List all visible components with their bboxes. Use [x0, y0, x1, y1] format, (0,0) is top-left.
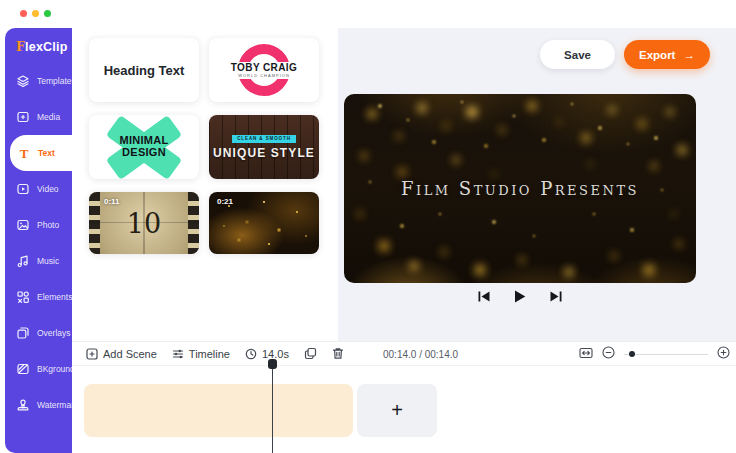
sidebar-item-elements[interactable]: Elements — [5, 279, 72, 315]
template-title: TOBY CRAIG — [209, 62, 319, 73]
elements-icon — [16, 290, 30, 304]
preview-panel: Save Export → Film Studio Presents — [338, 28, 736, 341]
zoom-in-button[interactable] — [717, 345, 730, 363]
clock-icon — [245, 348, 257, 360]
template-card-minimal-design[interactable]: MINIMAL DESIGN — [89, 115, 199, 179]
templates-layers-icon — [16, 74, 30, 88]
clip-duration-control[interactable]: 14.0s — [245, 348, 289, 360]
sidebar-item-label: Templates — [37, 76, 76, 86]
minimize-window-button[interactable] — [32, 10, 39, 17]
video-icon — [16, 182, 30, 196]
add-clip-button[interactable]: + — [357, 384, 437, 437]
template-badge: CLEAN & SMOOTH — [232, 135, 296, 143]
timeline-clip[interactable] — [84, 384, 353, 437]
sidebar-item-video[interactable]: Video — [5, 171, 72, 207]
play-button[interactable] — [514, 290, 526, 303]
fit-icon — [579, 347, 593, 359]
template-title: UNIQUE STYLE — [213, 146, 315, 160]
preview-caption-text[interactable]: Film Studio Presents — [401, 178, 639, 199]
playhead-handle[interactable] — [268, 359, 277, 369]
flexclip-logo: FlexClip — [5, 28, 72, 54]
text-templates-panel: Heading Text TOBY CRAIG WORLD CHAMPION M… — [72, 28, 338, 341]
logo-letter-f: F — [16, 39, 25, 54]
sidebar-item-label: Photo — [37, 220, 59, 230]
sidebar-item-label: Music — [37, 256, 59, 266]
template-subtitle: WORLD CHAMPION — [209, 73, 319, 78]
sidebar-item-label: Elements — [37, 292, 72, 302]
delete-button[interactable] — [332, 347, 344, 360]
overlays-icon — [16, 326, 30, 340]
logo-rest: lexClip — [25, 40, 67, 54]
zoom-out-button[interactable] — [602, 345, 615, 363]
sidebar: FlexClip Templates Media T Text — [5, 28, 72, 453]
close-window-button[interactable] — [20, 10, 27, 17]
watermark-icon — [16, 398, 30, 412]
play-icon — [514, 290, 526, 303]
minus-circle-icon — [602, 346, 615, 359]
time-display: 00:14.0 / 00:14.0 — [383, 342, 458, 366]
template-card-particles-video[interactable]: 0:21 — [209, 192, 319, 254]
sidebar-nav: Templates Media T Text Video — [5, 63, 72, 423]
skip-forward-button[interactable] — [550, 291, 562, 302]
template-title-line2: DESIGN — [119, 147, 168, 159]
template-card-unique-style[interactable]: CLEAN & SMOOTH UNIQUE STYLE — [209, 115, 319, 179]
skip-back-icon — [478, 291, 490, 302]
header-actions: Save Export → — [540, 40, 710, 69]
text-icon: T — [17, 146, 31, 160]
titlebar — [0, 0, 736, 25]
playhead[interactable] — [268, 359, 277, 453]
export-button[interactable]: Export → — [624, 40, 710, 69]
sidebar-item-photo[interactable]: Photo — [5, 207, 72, 243]
sidebar-item-label: Overlays — [37, 328, 71, 338]
countdown-number: 10 — [127, 210, 161, 237]
sidebar-item-label: Media — [37, 112, 60, 122]
sidebar-item-media[interactable]: Media — [5, 99, 72, 135]
sidebar-item-text[interactable]: T Text — [10, 135, 72, 171]
timeline-toolbar: Add Scene Timeline 14.0s 00:14.0 / 00:14… — [72, 341, 736, 366]
sidebar-item-label: BKground — [37, 364, 75, 374]
sidebar-item-bkground[interactable]: BKground — [5, 351, 72, 387]
transport-controls — [344, 290, 696, 303]
sidebar-item-music[interactable]: Music — [5, 243, 72, 279]
video-duration-badge: 0:21 — [217, 197, 233, 206]
photo-icon — [16, 218, 30, 232]
playhead-line — [272, 369, 274, 453]
sidebar-item-label: Video — [37, 184, 59, 194]
sidebar-item-templates[interactable]: Templates — [5, 63, 72, 99]
save-button[interactable]: Save — [540, 40, 615, 69]
slider-knob[interactable] — [629, 351, 635, 357]
media-icon — [16, 110, 30, 124]
plus-icon: + — [391, 399, 403, 422]
video-preview[interactable]: Film Studio Presents — [344, 94, 696, 283]
timeline-track-area: + — [72, 366, 736, 453]
sidebar-item-watermark[interactable]: Watermark — [5, 387, 72, 423]
timeline-sliders-icon — [172, 348, 184, 360]
video-duration-badge: 0:11 — [104, 197, 120, 206]
sidebar-item-label: Text — [38, 148, 55, 158]
plus-square-icon — [86, 348, 98, 360]
template-card-grid: Heading Text TOBY CRAIG WORLD CHAMPION M… — [72, 28, 338, 254]
skip-forward-icon — [550, 291, 562, 302]
timeline-zoom-slider[interactable] — [624, 349, 708, 359]
duplicate-button[interactable] — [304, 347, 317, 360]
skip-back-button[interactable] — [478, 291, 490, 302]
window-controls — [20, 10, 51, 17]
arrow-right-icon: → — [683, 49, 695, 61]
app-window: FlexClip Templates Media T Text — [0, 0, 736, 453]
add-scene-button[interactable]: Add Scene — [86, 348, 157, 360]
template-card-heading-text[interactable]: Heading Text — [89, 38, 199, 102]
timeline-mode-button[interactable]: Timeline — [172, 348, 230, 360]
fit-to-screen-button[interactable] — [579, 345, 593, 363]
zoom-window-button[interactable] — [44, 10, 51, 17]
plus-circle-icon — [717, 346, 730, 359]
trash-icon — [332, 347, 344, 360]
timeline-zoom-controls — [579, 342, 730, 366]
template-card-countdown-video[interactable]: 0:11 10 — [89, 192, 199, 254]
app-body: FlexClip Templates Media T Text — [0, 25, 736, 453]
music-icon — [16, 254, 30, 268]
sidebar-item-overlays[interactable]: Overlays — [5, 315, 72, 351]
template-card-toby-craig[interactable]: TOBY CRAIG WORLD CHAMPION — [209, 38, 319, 102]
duplicate-icon — [304, 347, 317, 360]
template-title: Heading Text — [104, 63, 185, 78]
background-icon — [16, 362, 30, 376]
